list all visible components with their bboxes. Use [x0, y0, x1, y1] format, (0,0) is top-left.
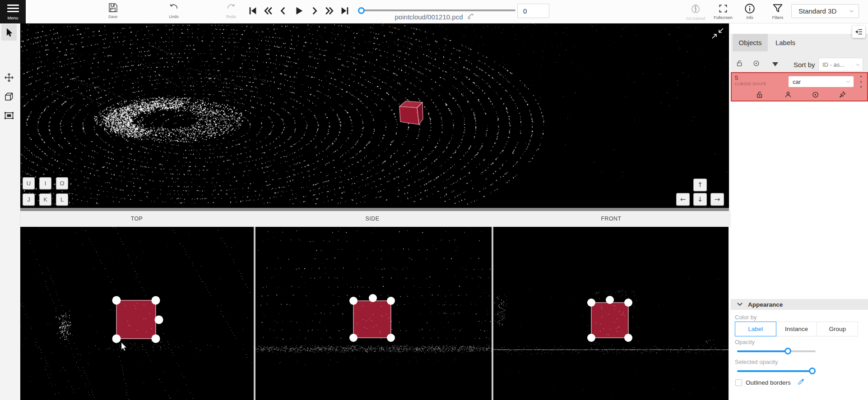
menu-label: Menu: [8, 15, 19, 20]
hotkey-l-button[interactable]: L: [56, 193, 68, 206]
visibility-all-button[interactable]: [752, 60, 761, 67]
top-toolbar: Menu Save Undo Redo: [0, 0, 868, 23]
hotkey-k-button[interactable]: K: [39, 193, 51, 206]
hamburger-icon: [7, 5, 19, 12]
hotkey-o-button[interactable]: O: [56, 177, 68, 189]
opacity-slider[interactable]: [737, 348, 816, 355]
previous-frame-button[interactable]: [278, 5, 289, 16]
skip-to-end-button[interactable]: [339, 5, 350, 16]
tab-objects[interactable]: Objects: [733, 34, 768, 51]
sort-order-select[interactable]: ID - as...: [818, 58, 863, 71]
info-button[interactable]: Info: [737, 3, 763, 20]
outlined-borders-checkbox[interactable]: [735, 379, 742, 386]
redo-button[interactable]: Redo: [218, 2, 244, 19]
color-by-label-option[interactable]: Label: [735, 322, 776, 336]
move-tool-button[interactable]: [1, 69, 17, 86]
appearance-section-header[interactable]: Appearance: [731, 299, 868, 310]
top-ortho-view[interactable]: [20, 227, 254, 400]
rotate-handle[interactable]: [369, 294, 377, 302]
model-status-button[interactable]: not trained: [682, 3, 709, 21]
hotkey-u-button[interactable]: U: [23, 177, 35, 189]
playback-controls: [247, 5, 350, 17]
next-frame-icon: [309, 6, 319, 16]
resize-handle[interactable]: [349, 334, 357, 342]
collapse-panel-button[interactable]: [852, 26, 865, 38]
front-ortho-view[interactable]: [493, 227, 729, 400]
resize-handle[interactable]: [152, 296, 160, 305]
object-shape-type: CUBOID SHAPE: [735, 82, 766, 86]
undo-icon: [168, 2, 179, 13]
opacity-slider-thumb[interactable]: [784, 348, 791, 354]
fast-rewind-button[interactable]: [263, 5, 274, 16]
selected-opacity-slider-thumb[interactable]: [809, 368, 816, 374]
save-button[interactable]: Save: [100, 2, 125, 19]
fullscreen-button[interactable]: Fullscreen: [710, 3, 736, 20]
panel-collapse-icon: [855, 28, 863, 35]
top-view-label: TOP: [131, 216, 143, 222]
resize-handle[interactable]: [624, 334, 632, 342]
cuboid-face[interactable]: [116, 300, 156, 339]
copy-link-icon[interactable]: [467, 13, 474, 21]
cuboid-annotation-top: [20, 227, 254, 400]
chevron-down-icon: [737, 303, 743, 306]
nav-left-button[interactable]: ←: [676, 193, 690, 206]
color-by-instance-option[interactable]: Instance: [776, 322, 817, 336]
horizontal-scrollbar[interactable]: [20, 208, 729, 211]
object-class-select[interactable]: car: [789, 76, 854, 87]
resize-handle[interactable]: [587, 299, 595, 307]
resize-handle[interactable]: [152, 335, 160, 343]
cuboid-face[interactable]: [591, 303, 628, 338]
object-card-selected[interactable]: 5 CUBOID SHAPE car: [731, 72, 868, 101]
fast-forward-button[interactable]: [324, 5, 335, 16]
cuboid-tool-button[interactable]: [1, 88, 17, 105]
next-frame-button[interactable]: [309, 5, 320, 16]
resize-handle[interactable]: [387, 297, 395, 305]
select-tool-button[interactable]: [1, 24, 17, 41]
resize-handle[interactable]: [624, 299, 632, 307]
play-button[interactable]: [293, 5, 304, 16]
resize-handle[interactable]: [387, 334, 395, 342]
frame-number-input[interactable]: [517, 4, 549, 18]
hotkey-j-button[interactable]: J: [23, 193, 35, 206]
lock-all-button[interactable]: [736, 60, 743, 67]
object-visibility-button[interactable]: [810, 89, 821, 100]
main-3d-view[interactable]: U I O J K L ↑ ← ↓ →: [20, 23, 729, 211]
rotate-handle[interactable]: [155, 316, 163, 324]
selected-opacity-slider[interactable]: [737, 368, 816, 375]
eyedropper-icon[interactable]: [797, 378, 804, 386]
fast-forward-icon: [325, 6, 334, 16]
nav-down-button[interactable]: ↓: [693, 193, 707, 206]
object-author-button[interactable]: [783, 89, 794, 100]
chevron-down-icon: [849, 8, 854, 14]
resize-handle[interactable]: [112, 296, 121, 305]
frame-slider-thumb[interactable]: [358, 7, 365, 14]
resize-handle[interactable]: [112, 335, 121, 343]
resize-handle[interactable]: [587, 334, 595, 342]
side-view-label: SIDE: [366, 216, 380, 222]
nav-up-button[interactable]: ↑: [693, 179, 707, 191]
undo-button[interactable]: Undo: [161, 2, 186, 19]
skip-to-start-button[interactable]: [247, 5, 258, 16]
view-mode-select[interactable]: Standard 3D: [791, 4, 859, 18]
object-lock-button[interactable]: [754, 89, 765, 100]
redo-icon: [226, 2, 237, 13]
menu-button[interactable]: Menu: [0, 0, 26, 23]
side-ortho-view[interactable]: [255, 227, 492, 400]
object-menu-button[interactable]: [858, 76, 863, 87]
resize-handle[interactable]: [349, 297, 357, 305]
frame-slider-track[interactable]: [359, 9, 515, 11]
fast-rewind-icon: [263, 6, 273, 16]
nav-right-button[interactable]: →: [710, 193, 724, 206]
tab-labels[interactable]: Labels: [771, 34, 799, 51]
color-by-group-option[interactable]: Group: [817, 322, 858, 336]
object-pin-button[interactable]: [837, 89, 848, 100]
filters-button[interactable]: Filters: [765, 3, 791, 20]
cuboid-face[interactable]: [353, 301, 391, 338]
collapse-view-button[interactable]: [711, 27, 724, 40]
image-annotation-tool-button[interactable]: [1, 107, 17, 124]
rotate-handle[interactable]: [606, 296, 614, 304]
collapse-arrows-icon: [711, 27, 724, 40]
hotkey-i-button[interactable]: I: [39, 177, 51, 189]
expand-options-button[interactable]: [772, 62, 778, 66]
pointcloud-canvas: [20, 23, 729, 208]
